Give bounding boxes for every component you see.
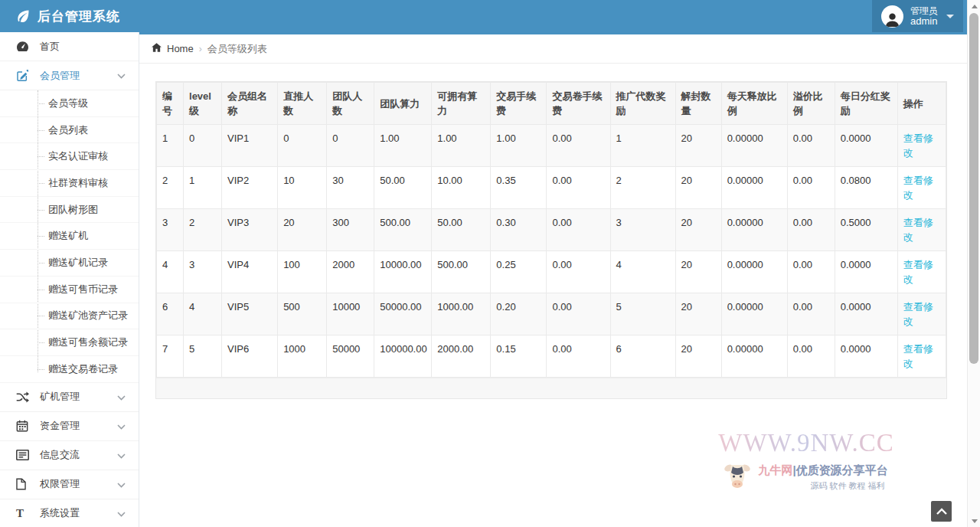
sidebar-subitem[interactable]: 团队树形图 xyxy=(0,197,139,224)
table-cell: 1.00 xyxy=(491,125,547,167)
table-cell: 0.00000 xyxy=(721,293,787,336)
sidebar-subitem[interactable]: 社群资料审核 xyxy=(0,170,139,197)
table-cell: 0.00000 xyxy=(721,209,787,251)
sidebar-item-2[interactable]: 矿机管理 xyxy=(0,383,139,412)
table-cell: 0.35 xyxy=(491,167,547,209)
main-content: Home › 会员等级列表 编号level级会员组名称直推人数团队人数团队算力可… xyxy=(139,32,967,527)
user-meta: 管理员 admin xyxy=(910,5,938,27)
table-cell: 10000 xyxy=(327,293,374,336)
table-cell: 1 xyxy=(184,167,222,209)
vertical-scrollbar xyxy=(967,0,980,527)
sidebar-subitem[interactable]: 赠送可售币记录 xyxy=(0,277,139,303)
chevron-down-icon xyxy=(117,70,126,81)
table-cell: 1.00 xyxy=(374,125,432,167)
sidebar-subitem[interactable]: 赠送矿机记录 xyxy=(0,250,139,277)
table-cell: 50.00 xyxy=(432,209,491,251)
scroll-up-arrow[interactable] xyxy=(968,0,980,12)
table-cell: 0.00 xyxy=(547,167,610,209)
table-row: 10VIP1001.001.001.000.001200.000000.000.… xyxy=(157,125,946,167)
table-row: 64VIP55001000050000.001000.000.200.00520… xyxy=(157,293,946,336)
sidebar-subitem[interactable]: 会员列表 xyxy=(0,117,139,144)
column-header: 直推人数 xyxy=(278,83,327,125)
table-cell: 20 xyxy=(675,125,721,167)
sidebar-item-6[interactable]: T系统设置 xyxy=(0,499,139,527)
back-to-top-button[interactable] xyxy=(931,501,952,522)
table-cell: 0.00 xyxy=(547,209,610,251)
sidebar-item-label: 会员管理 xyxy=(40,69,80,83)
view-edit-link[interactable]: 查看修改 xyxy=(903,217,933,243)
newspaper-icon xyxy=(16,450,30,460)
text-icon: T xyxy=(16,508,30,519)
sidebar-subitem[interactable]: 实名认证审核 xyxy=(0,143,139,170)
column-header: 解封数量 xyxy=(675,83,721,125)
table-cell: 50.00 xyxy=(374,167,432,209)
sidebar-subitem[interactable]: 赠送矿机 xyxy=(0,223,139,250)
column-header: 编号 xyxy=(157,83,184,125)
sidebar-item-label: 矿机管理 xyxy=(40,390,80,404)
table-cell: 2000.00 xyxy=(432,336,491,378)
shuffle-icon xyxy=(16,391,30,403)
table-cell: 0.5000 xyxy=(835,209,897,251)
table-cell: 20 xyxy=(675,293,721,336)
sidebar-item-0[interactable]: 首页 xyxy=(0,32,139,61)
user-menu[interactable]: 管理员 admin xyxy=(872,0,963,32)
table-cell: 500.00 xyxy=(432,251,491,293)
sidebar-subitem[interactable]: 赠送可售余额记录 xyxy=(0,329,139,356)
column-header: 团队人数 xyxy=(327,83,374,125)
table-footer-bar xyxy=(156,378,946,398)
file-icon xyxy=(16,478,30,490)
table-cell: 0.00 xyxy=(787,336,835,378)
table-cell: 20 xyxy=(675,209,721,251)
sidebar-menu: 首页会员管理会员等级会员列表实名认证审核社群资料审核团队树形图赠送矿机赠送矿机记… xyxy=(0,32,139,527)
view-edit-link[interactable]: 查看修改 xyxy=(903,133,933,159)
column-header: 会员组名称 xyxy=(222,83,278,125)
table-cell: 0.00 xyxy=(547,336,610,378)
breadcrumb-home[interactable]: Home xyxy=(151,42,194,55)
table-cell: 50000 xyxy=(327,336,374,378)
avatar xyxy=(881,5,903,28)
chevron-down-icon xyxy=(117,391,126,403)
table-cell: 0.00 xyxy=(547,125,610,167)
view-edit-link[interactable]: 查看修改 xyxy=(903,343,933,369)
view-edit-link[interactable]: 查看修改 xyxy=(903,301,933,327)
sidebar-item-5[interactable]: 权限管理 xyxy=(0,470,139,499)
table-cell: 3 xyxy=(610,209,675,251)
calendar-icon xyxy=(16,420,30,432)
table-cell: 0.20 xyxy=(491,293,547,336)
table-cell: 4 xyxy=(157,251,184,293)
table-cell: 0.0000 xyxy=(835,251,897,293)
table-cell: VIP4 xyxy=(222,251,278,293)
scroll-down-arrow[interactable] xyxy=(968,515,980,527)
table-cell: 1 xyxy=(610,125,675,167)
user-role: 管理员 xyxy=(910,5,938,16)
table-cell: 0.00 xyxy=(547,293,610,336)
table-cell: 3 xyxy=(184,251,222,293)
chevron-down-icon xyxy=(117,479,126,490)
column-header: 每日分红奖励 xyxy=(835,83,897,125)
sidebar-subitem[interactable]: 赠送矿池资产记录 xyxy=(0,303,139,330)
table-cell: 0.0000 xyxy=(835,293,897,336)
sidebar-subitem[interactable]: 赠送交易卷记录 xyxy=(0,356,139,383)
view-edit-link[interactable]: 查看修改 xyxy=(903,259,933,285)
table-cell: 20 xyxy=(675,251,721,293)
table-cell: 0.00000 xyxy=(721,251,787,293)
sidebar-subitem[interactable]: 会员等级 xyxy=(0,90,139,117)
user-name: admin xyxy=(910,16,938,27)
sidebar-item-1[interactable]: 会员管理 xyxy=(0,61,139,90)
table-cell: 查看修改 xyxy=(897,125,946,167)
table-cell: 7 xyxy=(157,336,184,378)
scrollbar-thumb[interactable] xyxy=(969,13,978,364)
sidebar-item-3[interactable]: 资金管理 xyxy=(0,412,139,441)
member-level-table-box: 编号level级会员组名称直推人数团队人数团队算力可拥有算力交易手续费交易卷手续… xyxy=(155,81,947,399)
chevron-down-icon xyxy=(117,421,126,432)
table-cell: 0.00 xyxy=(787,293,835,336)
column-header: 溢价比例 xyxy=(787,83,835,125)
table-cell: 0.00000 xyxy=(721,336,787,378)
sidebar-item-4[interactable]: 信息交流 xyxy=(0,441,139,470)
sidebar-submenu: 会员等级会员列表实名认证审核社群资料审核团队树形图赠送矿机赠送矿机记录赠送可售币… xyxy=(0,90,139,383)
view-edit-link[interactable]: 查看修改 xyxy=(903,175,933,201)
table-header-row: 编号level级会员组名称直推人数团队人数团队算力可拥有算力交易手续费交易卷手续… xyxy=(157,83,946,125)
table-cell: 0.25 xyxy=(491,251,547,293)
table-cell: 500 xyxy=(278,293,327,336)
member-level-table: 编号level级会员组名称直推人数团队人数团队算力可拥有算力交易手续费交易卷手续… xyxy=(156,82,946,378)
